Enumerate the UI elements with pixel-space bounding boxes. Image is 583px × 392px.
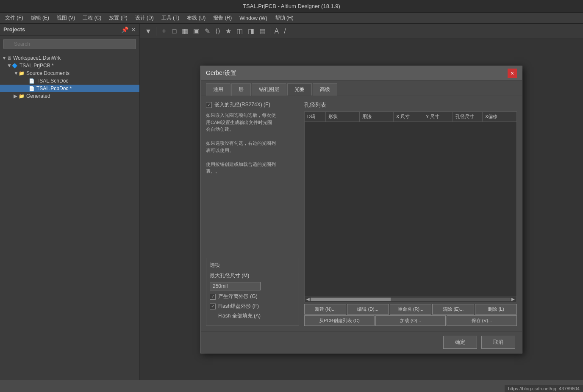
panel-close-button[interactable]: ✕ (131, 26, 136, 33)
tree-arrow-generated: ▶ (14, 93, 19, 99)
menu-place[interactable]: 放置 (P) (105, 14, 130, 22)
scroll-left-arrow[interactable]: ◀ (305, 297, 311, 301)
toolbar-layer-icon[interactable]: ◫ (235, 26, 244, 36)
toolbar-table-icon[interactable]: ▤ (258, 26, 267, 36)
tab-drillayers[interactable]: 钻孔图层 (252, 83, 286, 96)
menu-file[interactable]: 文件 (F) (2, 14, 27, 22)
checkmark-icon: ✓ (207, 102, 211, 108)
btn-load[interactable]: 加载 (O)... (375, 315, 446, 326)
title-bar: TSAL.PrjPCB - Altium Designer (18.1.9) (0, 0, 583, 13)
dialog-close-button[interactable]: × (508, 69, 517, 78)
dialog-overlay: Gerber设置 × 通用 层 钻孔图层 光圈 高级 (140, 39, 583, 380)
max-aperture-input-row (210, 282, 295, 290)
panel-pin-button[interactable]: 📌 (121, 26, 128, 33)
toolbar-route-icon[interactable]: ⟨⟩ (214, 26, 222, 36)
tab-general[interactable]: 通用 (206, 83, 230, 96)
option-float-label: 产生浮离外形 (G) (218, 293, 258, 300)
main-layout: Projects 📌 ✕ 🔍 ▼ 🖥 Workspace1.DsnWrk (0, 24, 583, 380)
aperture-scrollbar[interactable]: ◀ ▶ (304, 296, 517, 302)
float-checkbox[interactable]: ✓ (210, 294, 216, 300)
scrollbar-track[interactable] (311, 298, 511, 301)
toolbar-layer2-icon[interactable]: ◨ (246, 26, 256, 36)
tree-label-workspace: Workspace1.DsnWrk (13, 55, 61, 61)
options-title: 选项 (210, 262, 295, 269)
option-flash-label: Flash焊盘外形 (F) (218, 303, 259, 310)
option-float-row: ✓ 产生浮离外形 (G) (210, 293, 295, 300)
toolbar-rect-icon[interactable]: ▣ (192, 26, 201, 36)
toolbar-filter-icon[interactable]: ▼ (143, 27, 153, 36)
btn-create-from-pcb[interactable]: 从PCB创建列表 (C) (304, 315, 375, 326)
toolbar-grid-icon[interactable]: ▦ (180, 26, 190, 36)
btn-cancel[interactable]: 取消 (481, 336, 515, 349)
btn-rename[interactable]: 重命名 (R)... (390, 304, 432, 315)
toolbar-text-icon[interactable]: A (273, 27, 281, 36)
action-buttons-row1: 新建 (N)... 编辑 (D)... 重命名 (R)... 清除 (E)...… (304, 304, 517, 315)
menu-report[interactable]: 报告 (R) (210, 14, 235, 22)
toolbar-select-icon[interactable]: □ (171, 27, 178, 36)
tree-arrow-source-docs: ▼ (14, 70, 19, 76)
aperture-table-body[interactable] (304, 121, 517, 296)
search-wrapper: 🔍 (3, 39, 136, 49)
dialog-title: Gerber设置 (206, 69, 236, 77)
toolbar-line-icon[interactable]: / (282, 27, 287, 36)
tree-arrow-project: ▼ (7, 63, 12, 69)
toolbar-add-icon[interactable]: ＋ (159, 26, 169, 36)
scroll-right-arrow[interactable]: ▶ (511, 297, 516, 301)
menu-window[interactable]: Window (W) (236, 14, 270, 22)
tree-item-generated[interactable]: ▶ 📁 Generated (0, 92, 139, 100)
menu-edit[interactable]: 编辑 (E) (28, 14, 53, 22)
scrollbar-thumb[interactable] (311, 298, 391, 301)
toolbar: ▼ ＋ □ ▦ ▣ ✎ ⟨⟩ ★ ◫ ◨ ▤ A / (140, 24, 583, 39)
flash-checkmark: ✓ (211, 304, 215, 309)
flash-checkbox[interactable]: ✓ (210, 304, 216, 309)
max-aperture-label: 最大孔径尺寸 (M) (210, 272, 249, 279)
tree-item-pcbdoc[interactable]: ▶ 📄 TSAL.PcbDoc * (0, 85, 139, 92)
dialog-footer: 确定 取消 (201, 331, 522, 353)
option-flash-all-label: Flash 全部填充 (A) (218, 312, 261, 320)
dialog-left: ✓ 嵌入的孔径(RS274X) (E) 如果嵌入光圈选项勾选后，每次使 用CAM… (206, 101, 299, 326)
toolbar-star-icon[interactable]: ★ (224, 26, 233, 36)
max-aperture-row: 最大孔径尺寸 (M) (210, 272, 295, 279)
dialog-tabs: 通用 层 钻孔图层 光圈 高级 (201, 81, 522, 96)
menu-design[interactable]: 设计 (D) (132, 14, 157, 22)
search-container: 🔍 (0, 36, 139, 52)
menu-route[interactable]: 布线 (U) (183, 14, 209, 22)
tab-aperture[interactable]: 光圈 (287, 83, 312, 96)
tree-item-schdoc[interactable]: ▶ 📄 TSAL.SchDoc (0, 77, 139, 85)
max-aperture-input[interactable] (210, 282, 261, 290)
tree-item-project[interactable]: ▼ 🔷 TSAL.PrjPCB * (0, 62, 139, 69)
pcb-icon: 📄 (29, 86, 35, 91)
option-flash-row: ✓ Flash焊盘外形 (F) (210, 303, 295, 310)
tree-label-project: TSAL.PrjPCB * (19, 63, 54, 69)
tree-arrow-workspace: ▼ (2, 55, 7, 61)
tab-advanced[interactable]: 高级 (313, 83, 337, 96)
btn-new[interactable]: 新建 (N)... (304, 304, 346, 315)
panel-controls: 📌 ✕ (121, 26, 136, 33)
aperture-title: 孔径列表 (304, 101, 517, 109)
toolbar-edit-icon[interactable]: ✎ (203, 26, 212, 36)
menu-project[interactable]: 工程 (C) (79, 14, 105, 22)
embed-checkbox[interactable]: ✓ (206, 102, 212, 108)
tree-item-workspace[interactable]: ▼ 🖥 Workspace1.DsnWrk (0, 54, 139, 62)
tree-label-pcbdoc: TSAL.PcbDoc * (36, 86, 72, 91)
dialog-body: ✓ 嵌入的孔径(RS274X) (E) 如果嵌入光圈选项勾选后，每次使 用CAM… (201, 96, 522, 331)
btn-clear[interactable]: 清除 (E)... (432, 304, 474, 315)
tree-label-source-docs: Source Documents (26, 70, 69, 76)
sch-icon: 📄 (29, 78, 35, 84)
workspace-icon: 🖥 (7, 55, 11, 61)
option-flash-all-row: Flash 全部填充 (A) (210, 312, 295, 320)
dialog-right: 孔径列表 D码 形状 用法 X 尺寸 Y 尺寸 孔径尺寸 X偏移 (304, 101, 517, 326)
menu-help[interactable]: 帮助 (H) (272, 14, 297, 22)
tab-layers[interactable]: 层 (231, 83, 251, 96)
menu-view[interactable]: 视图 (V) (53, 14, 78, 22)
th-xsize: X 尺寸 (394, 112, 423, 121)
search-input[interactable] (3, 39, 136, 49)
btn-edit[interactable]: 编辑 (D)... (347, 304, 389, 315)
menu-tools[interactable]: 工具 (T) (158, 14, 183, 22)
btn-ok[interactable]: 确定 (443, 336, 477, 349)
btn-save[interactable]: 保存 (V)... (447, 315, 517, 326)
tree-item-source-docs[interactable]: ▼ 📁 Source Documents (0, 69, 139, 77)
project-icon: 🔷 (12, 63, 18, 69)
btn-delete[interactable]: 删除 (L) (475, 304, 517, 315)
status-url: https://blog.csdn.net/qq_43789604 (508, 386, 580, 391)
